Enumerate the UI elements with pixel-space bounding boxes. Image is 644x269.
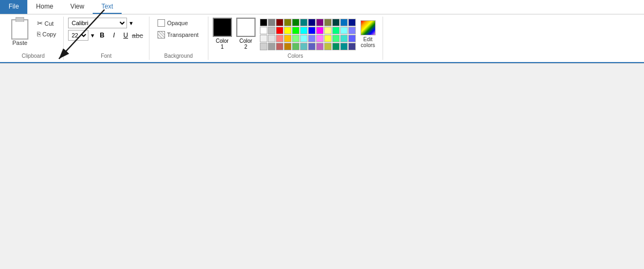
swatch-darkred[interactable] xyxy=(276,19,283,26)
font-select[interactable]: Calibri xyxy=(68,18,127,28)
font-size-row: 22 ▼ B I U abc xyxy=(68,30,143,41)
swatch-lightyellow[interactable] xyxy=(324,27,332,34)
swatch-silver[interactable] xyxy=(268,27,275,34)
swatch-darkgreen[interactable] xyxy=(292,19,299,26)
swatch-olive[interactable] xyxy=(284,19,291,26)
swatch-khaki[interactable] xyxy=(324,43,332,50)
swatch-brown[interactable] xyxy=(276,43,283,50)
swatch-red[interactable] xyxy=(276,27,283,34)
copy-button[interactable]: ⎘ Copy xyxy=(34,29,59,40)
underline-button[interactable]: U xyxy=(121,30,131,41)
font-size-select[interactable]: 22 xyxy=(68,30,88,41)
swatch-navy[interactable] xyxy=(308,19,316,26)
swatch-gray2[interactable] xyxy=(260,43,267,50)
transparent-label: Transparent xyxy=(167,32,199,38)
font-name-row: Calibri ▼ xyxy=(68,18,143,28)
swatch-white[interactable] xyxy=(260,27,267,34)
cut-label: Cut xyxy=(44,20,54,27)
swatch-lightaqua[interactable] xyxy=(300,35,308,42)
swatch-gray[interactable] xyxy=(268,19,275,26)
color2-box[interactable] xyxy=(236,18,256,37)
color1-picker: Color1 xyxy=(213,18,232,50)
tab-home[interactable]: Home xyxy=(27,0,62,14)
swatch-medcyan[interactable] xyxy=(300,43,308,50)
strikethrough-button[interactable]: abc xyxy=(132,30,143,41)
opaque-icon xyxy=(158,19,165,27)
swatch-lime[interactable] xyxy=(292,27,299,34)
colors-group: Color1 Color2 xyxy=(208,17,383,60)
swatch-blue1[interactable] xyxy=(340,19,348,26)
ribbon: File Home View Text Paste ✂ Cut xyxy=(0,0,644,64)
tab-view[interactable]: View xyxy=(62,0,93,14)
font-group-inner: Calibri ▼ 22 ▼ B I U abc xyxy=(68,18,143,42)
swatch-darkblue1[interactable] xyxy=(348,19,356,26)
color1-label: Color1 xyxy=(216,38,229,50)
swatch-yellow[interactable] xyxy=(284,27,291,34)
colors-group-inner: Color1 Color2 xyxy=(213,18,378,50)
swatch-gold[interactable] xyxy=(284,43,291,50)
swatch-seagreen[interactable] xyxy=(332,43,340,50)
swatch-lightblue[interactable] xyxy=(348,27,356,34)
swatch-magenta[interactable] xyxy=(316,27,324,34)
colors-group-label: Colors xyxy=(213,52,378,59)
swatch-row-4 xyxy=(260,43,356,50)
swatch-turquoise[interactable] xyxy=(340,35,348,42)
swatch-orchid[interactable] xyxy=(316,43,324,50)
color2-picker: Color2 xyxy=(236,18,256,50)
swatch-mintgreen[interactable] xyxy=(292,35,299,42)
rainbow-icon xyxy=(361,20,376,35)
swatch-springgreen[interactable] xyxy=(332,35,340,42)
swatch-cyan[interactable] xyxy=(300,27,308,34)
font-format-row: B I U abc xyxy=(97,30,143,41)
ribbon-content: Paste ✂ Cut ⎘ Copy Clipboard xyxy=(0,14,644,62)
tab-text[interactable]: Text xyxy=(93,0,122,14)
swatch-lightgreen[interactable] xyxy=(332,27,340,34)
clipboard-group-label: Clipboard xyxy=(8,52,59,59)
swatch-darkteal[interactable] xyxy=(332,19,340,26)
swatch-row-1 xyxy=(260,19,356,26)
swatch-lightgray1[interactable] xyxy=(260,35,267,42)
swatch-gray3[interactable] xyxy=(268,43,275,50)
swatch-lightgray2[interactable] xyxy=(268,35,275,42)
paste-icon xyxy=(11,19,28,40)
swatch-row-3 xyxy=(260,35,356,42)
swatch-blue[interactable] xyxy=(308,27,316,34)
swatch-teal[interactable] xyxy=(300,19,308,26)
swatch-periwinkle[interactable] xyxy=(308,35,316,42)
swatch-slateblue[interactable] xyxy=(348,43,356,50)
bold-button[interactable]: B xyxy=(97,30,108,41)
swatch-lightpink[interactable] xyxy=(316,35,324,42)
opaque-button[interactable]: Opaque xyxy=(154,18,192,28)
edit-colors-button[interactable]: Editcolors xyxy=(358,19,378,50)
italic-button[interactable]: I xyxy=(109,30,119,41)
swatch-purple[interactable] xyxy=(316,19,324,26)
font-dropdown-icon: ▼ xyxy=(129,20,134,26)
color-swatches xyxy=(260,19,356,50)
paste-label: Paste xyxy=(12,40,27,46)
swatch-darkyellow[interactable] xyxy=(324,19,332,26)
swatch-yellow2[interactable] xyxy=(324,35,332,42)
transparent-button[interactable]: Transparent xyxy=(154,29,203,40)
swatch-darkcyan[interactable] xyxy=(340,43,348,50)
swatch-salmon[interactable] xyxy=(276,35,283,42)
color1-box[interactable] xyxy=(213,18,232,37)
copy-label: Copy xyxy=(42,31,56,37)
copy-icon: ⎘ xyxy=(37,30,41,38)
swatch-amber[interactable] xyxy=(284,35,291,42)
tab-file[interactable]: File xyxy=(0,0,27,14)
paste-button[interactable]: Paste xyxy=(8,18,32,48)
swatch-black[interactable] xyxy=(260,19,267,26)
cut-button[interactable]: ✂ Cut xyxy=(34,18,59,29)
swatch-medgreen[interactable] xyxy=(292,43,299,50)
tabs-row: File Home View Text xyxy=(0,0,644,14)
tab-home-label: Home xyxy=(36,3,53,10)
swatch-medblue[interactable] xyxy=(348,35,356,42)
swatch-row-2 xyxy=(260,27,356,34)
background-group-inner: Opaque Transparent xyxy=(154,18,203,41)
font-group: Calibri ▼ 22 ▼ B I U abc xyxy=(64,17,149,60)
swatch-lightcyan[interactable] xyxy=(340,27,348,34)
color2-label: Color2 xyxy=(239,38,252,50)
scissors-icon: ✂ xyxy=(37,19,43,27)
swatch-steelblue[interactable] xyxy=(308,43,316,50)
opaque-label: Opaque xyxy=(167,20,188,26)
